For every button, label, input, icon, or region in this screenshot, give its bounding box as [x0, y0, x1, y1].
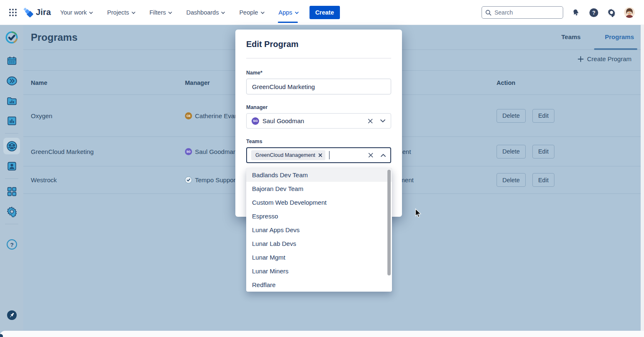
search-input[interactable]: [494, 9, 553, 16]
app-switcher-icon[interactable]: [7, 7, 18, 18]
tempo-logo[interactable]: [3, 29, 20, 46]
people-group-icon: [6, 140, 18, 152]
grid-dots-icon: [8, 8, 17, 17]
global-search[interactable]: [482, 6, 563, 19]
sidebar-item-reports[interactable]: [3, 112, 20, 129]
nav-item-your-work[interactable]: Your work: [60, 0, 93, 25]
program-name: GreenCloud Marketing: [31, 148, 185, 155]
nav-item-dashboards[interactable]: Dashboards: [186, 0, 225, 25]
edit-button[interactable]: Edit: [532, 109, 554, 123]
remove-tag-icon[interactable]: [318, 153, 322, 157]
fast-forward-circle-icon: [6, 75, 17, 87]
help-button[interactable]: ?: [588, 7, 599, 18]
avatar: CE: [185, 112, 192, 119]
create-program-label: Create Program: [587, 55, 632, 62]
pin-icon: [6, 310, 17, 321]
dropdown-option[interactable]: Lunar Mgmt: [246, 250, 392, 264]
nav-item-apps[interactable]: Apps: [279, 0, 299, 25]
action-cell: Delete Edit: [497, 109, 641, 123]
dropdown-option[interactable]: Custom Web Development: [246, 196, 392, 209]
dropdown-option[interactable]: Bajoran Dev Team: [246, 182, 392, 196]
tab-programs[interactable]: Programs: [602, 33, 637, 40]
edit-button[interactable]: Edit: [532, 145, 554, 159]
teams-dropdown-menu: Badlands Dev Team Bajoran Dev Team Custo…: [246, 168, 392, 292]
avatar: SG: [185, 148, 192, 155]
dropdown-option[interactable]: Lunar Lab Devs: [246, 237, 392, 250]
svg-text:?: ?: [592, 10, 595, 15]
sidebar-item-teams[interactable]: [3, 138, 20, 154]
manager-name: Saul Goodman: [195, 148, 237, 155]
top-navigation-bar: Jira Your work Projects Filters Dashboar…: [0, 0, 644, 25]
jira-logo[interactable]: Jira: [23, 7, 51, 17]
page-title: Programs: [31, 32, 77, 43]
plus-icon: [577, 56, 584, 62]
page-tabs: Teams Programs: [558, 33, 637, 40]
notifications-button[interactable]: [570, 7, 581, 18]
action-cell: Delete Edit: [497, 145, 641, 159]
action-cell: Delete Edit: [497, 173, 641, 187]
program-name: Westrock: [31, 176, 185, 183]
edit-button[interactable]: Edit: [532, 173, 554, 187]
main-menu: Your work Projects Filters Dashboards Pe…: [60, 0, 298, 25]
nav-item-filters[interactable]: Filters: [150, 0, 172, 25]
column-header-action: Action: [497, 79, 641, 86]
check-icon: [186, 178, 191, 182]
teams-multiselect[interactable]: GreenCloud Management: [246, 147, 391, 163]
tempo-logo-icon: [5, 30, 19, 45]
sidebar-divider: [5, 133, 18, 134]
bell-icon: [572, 8, 580, 17]
dropdown-option[interactable]: Espresso: [246, 209, 392, 223]
jira-mark-icon: [23, 7, 33, 17]
footer-corner-nub: [0, 334, 3, 337]
bar-chart-icon: [6, 115, 17, 126]
create-program-button[interactable]: Create Program: [577, 55, 632, 62]
create-button[interactable]: Create: [310, 6, 340, 19]
folder-chart-icon: [6, 95, 17, 107]
sidebar-item-people[interactable]: [3, 158, 20, 174]
help-icon: ?: [589, 8, 599, 17]
sidebar-item-apps[interactable]: [3, 183, 20, 200]
clear-icon[interactable]: [367, 118, 373, 124]
dropdown-scrollbar[interactable]: [387, 170, 391, 275]
dropdown-option[interactable]: Badlands Dev Team: [246, 168, 392, 182]
dropdown-option[interactable]: Lunar Miners: [246, 264, 392, 278]
chevron-up-icon[interactable]: [380, 154, 386, 157]
sidebar-divider: [5, 178, 18, 179]
search-icon: [485, 10, 492, 16]
selected-team-tag: GreenCloud Management: [251, 150, 325, 160]
dropdown-option[interactable]: Redflare: [246, 278, 392, 292]
text-caret: [329, 151, 329, 159]
program-name-input[interactable]: [246, 79, 391, 94]
sidebar-item-settings[interactable]: [3, 203, 20, 220]
sidebar-pin-button[interactable]: [3, 307, 20, 323]
settings-button[interactable]: [606, 7, 617, 18]
manager-name: Tempo Support: [195, 176, 237, 183]
column-header-name: Name: [31, 79, 185, 86]
question-circle-icon: ?: [6, 238, 18, 250]
user-avatar[interactable]: [624, 7, 635, 18]
tab-teams[interactable]: Teams: [558, 33, 584, 40]
sidebar-item-calendar[interactable]: [3, 52, 20, 69]
page-scrollbar[interactable]: [641, 25, 644, 331]
dropdown-option[interactable]: Lunar Apps Devs: [246, 223, 392, 237]
sidebar-item-fast-forward[interactable]: [3, 72, 20, 89]
delete-button[interactable]: Delete: [497, 109, 526, 123]
sidebar-item-help[interactable]: ?: [3, 236, 20, 253]
manager-avatar: SG: [252, 117, 259, 125]
delete-button[interactable]: Delete: [497, 173, 526, 187]
manager-selected-value: Saul Goodman: [262, 117, 367, 124]
manager-select[interactable]: SG Saul Goodman: [246, 113, 391, 129]
tempo-check-avatar: [185, 176, 192, 183]
sidebar-divider: [5, 224, 18, 224]
calendar-icon: [6, 55, 17, 67]
chevron-down-icon: [168, 12, 172, 14]
chevron-down-icon: [89, 12, 93, 14]
nav-item-projects[interactable]: Projects: [107, 0, 135, 25]
nav-item-people[interactable]: People: [239, 0, 264, 25]
manager-name: Catherine Evans: [195, 112, 241, 119]
program-name: Oxygen: [31, 112, 185, 119]
chevron-down-icon[interactable]: [380, 119, 386, 123]
sidebar-item-portfolio-reports[interactable]: [3, 92, 20, 109]
delete-button[interactable]: Delete: [497, 145, 526, 159]
clear-icon[interactable]: [368, 152, 374, 158]
